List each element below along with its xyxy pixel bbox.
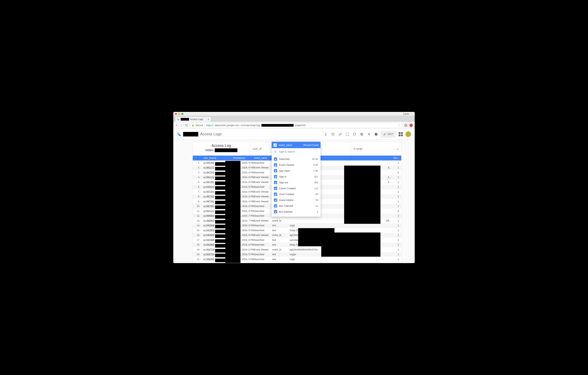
dropdown-item[interactable]: Guest Added55 — [272, 197, 320, 203]
cell-properties: event_id — [272, 248, 290, 251]
svg-rect-2 — [178, 120, 179, 120]
cell-record-count: 1 — [392, 205, 401, 208]
report-subtitle-prefix: video. — [205, 148, 214, 152]
row-index: 3. — [193, 171, 203, 174]
cell-record-count: 1 — [392, 248, 401, 251]
avatar[interactable] — [405, 131, 411, 137]
dropdown-item[interactable]: Camio Created112 — [272, 185, 320, 191]
svg-point-9 — [368, 133, 369, 134]
dropdown-item-label: Sign out — [279, 181, 288, 184]
dropdown-item-label: Zone Created — [279, 193, 294, 196]
dropdown-item[interactable]: Sign in922 — [272, 174, 320, 180]
dropdown-item[interactable]: Sign out465 — [272, 180, 320, 185]
dropdown-item[interactable]: Zone Created63 — [272, 191, 320, 197]
lock-icon: 🔒 — [192, 124, 194, 126]
row-index: 8. — [193, 195, 203, 198]
dropdown-item[interactable]: Box Claimed21 — [272, 203, 320, 209]
checkbox[interactable] — [274, 181, 277, 184]
cell-record-count: 1 — [392, 234, 401, 236]
cell-record-count: 1 — [392, 200, 401, 203]
row-index: 1. — [193, 162, 203, 164]
table-row[interactable]: 15.cc:5433091Feb 23, 2019, 6 PMSearchedt… — [193, 228, 401, 233]
datastudio-logo-icon[interactable] — [177, 132, 181, 136]
th-event[interactable]: event_name — [254, 157, 272, 159]
url-host: datastudio.google.com — [215, 124, 240, 127]
address-input[interactable]: 🔒 Secure | https://datastudio.google.com… — [190, 123, 402, 128]
bookmark-star-icon[interactable]: ☆ — [398, 124, 400, 127]
checkbox[interactable] — [274, 193, 277, 196]
mac-close-button[interactable] — [175, 113, 177, 115]
checkbox[interactable] — [274, 157, 277, 161]
checkbox[interactable] — [274, 163, 277, 167]
dropdown-item-label: Camio Created — [279, 187, 295, 190]
cell-properties: text — [272, 224, 290, 227]
share-person-icon[interactable] — [366, 132, 372, 137]
help-icon[interactable]: ? — [373, 132, 379, 137]
cell-event: Searched — [254, 239, 272, 241]
dropdown-item-label: App Open — [279, 169, 290, 172]
edit-button[interactable]: EDIT — [381, 131, 396, 138]
row-index: 4. — [193, 176, 203, 179]
link-icon[interactable] — [337, 132, 343, 137]
cell-record-count: 1 — [392, 258, 401, 261]
control-label: e range — [354, 147, 362, 150]
tab-strip: Access Logs ✕ — [173, 116, 415, 122]
page-title: Access Logs — [200, 132, 221, 136]
cell-event: Event Viewed — [254, 200, 272, 203]
mac-expand-icon[interactable] — [411, 113, 413, 115]
svg-rect-0 — [177, 118, 178, 119]
extension-icon[interactable] — [410, 124, 413, 127]
cell-event: Searched — [254, 162, 272, 164]
checkbox[interactable] — [274, 169, 277, 172]
mac-minimize-button[interactable] — [178, 113, 180, 115]
download-icon[interactable] — [323, 132, 328, 137]
nav-back-icon[interactable] — [175, 124, 178, 127]
svg-rect-7 — [361, 133, 363, 135]
checkbox[interactable] — [274, 187, 277, 190]
dropdown-item-count: 1.3K — [313, 170, 318, 172]
dropdown-item[interactable]: Searched30.5K — [272, 156, 320, 162]
cell-record-count: 2 — [392, 214, 401, 217]
apps-grid-icon[interactable] — [398, 132, 403, 137]
select-all-checkbox[interactable] — [273, 143, 277, 147]
browser-tab[interactable]: Access Logs ✕ — [175, 117, 211, 122]
mac-profile-label: Carter — [403, 113, 410, 115]
th-timestamp[interactable]: timestamp — [233, 157, 254, 159]
chevron-down-icon — [397, 148, 399, 150]
cell-event: Event Viewed — [254, 176, 272, 179]
checkbox[interactable] — [274, 198, 277, 202]
cell-record-count: 1 — [392, 239, 401, 241]
th-record-count[interactable]: Rec... — [392, 157, 401, 159]
cell-event: Event Viewed — [254, 166, 272, 169]
table-row[interactable]: 14.cc:5433091Feb 23, 2019, 6 PMSearchedt… — [193, 223, 401, 228]
dropdown-header: event_name Record Count — [272, 142, 320, 148]
refresh-icon[interactable] — [352, 132, 357, 137]
nav-forward-icon[interactable] — [180, 124, 183, 127]
row-index: 5. — [193, 181, 203, 183]
dropdown-item[interactable]: App Open1.3K — [272, 168, 320, 174]
cell-event: Event Viewed — [254, 191, 272, 193]
nav-reload-icon[interactable] — [185, 124, 188, 127]
mac-zoom-button[interactable] — [181, 113, 183, 115]
th-lookup[interactable]: user_lookup — [203, 157, 233, 159]
checkbox[interactable] — [274, 175, 277, 178]
table-row[interactable]: 21.cc:5693634Feb 23, 2019, 5 PMSearchedt… — [193, 257, 401, 262]
address-bar: 🔒 Secure | https://datastudio.google.com… — [173, 122, 415, 129]
report-title: Access Log — [195, 143, 248, 148]
fullscreen-icon[interactable] — [345, 132, 350, 137]
dropdown-item[interactable]: Box Deleted5 — [272, 209, 320, 215]
dropdown-search-input[interactable] — [279, 150, 318, 153]
dropdown-item-count: 5 — [317, 211, 318, 213]
dropdown-item[interactable]: Event Viewed8.8K — [272, 162, 320, 168]
tab-close-icon[interactable]: ✕ — [208, 118, 210, 121]
history-icon[interactable] — [330, 132, 336, 137]
extension-icon[interactable] — [404, 124, 408, 127]
dropdown-item-label: Box Claimed — [279, 204, 293, 207]
cell-event: Searched — [254, 171, 272, 174]
checkbox[interactable] — [274, 210, 277, 213]
cell-event: Searched — [254, 229, 272, 232]
checkbox[interactable] — [274, 204, 277, 208]
redacted-block — [225, 161, 241, 263]
date-range-filter[interactable]: e range — [351, 142, 401, 156]
copy-icon[interactable] — [359, 132, 364, 137]
